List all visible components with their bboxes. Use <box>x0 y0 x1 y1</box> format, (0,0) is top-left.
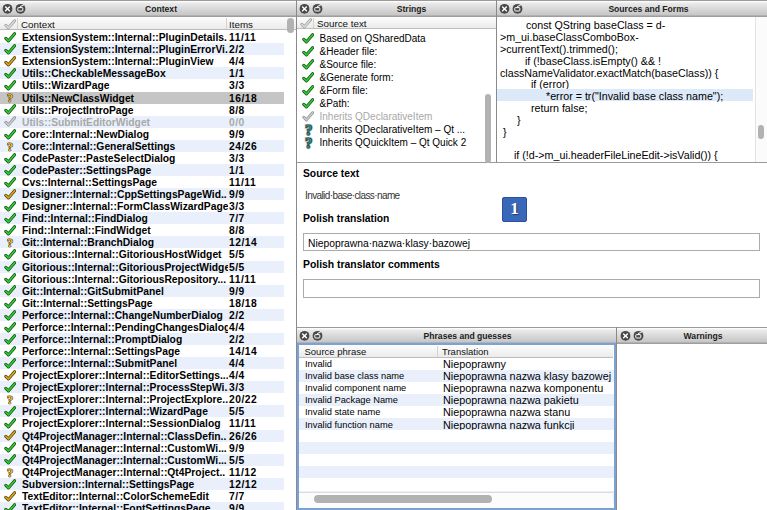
svg-text:?: ? <box>6 394 12 405</box>
svg-text:?: ? <box>6 237 12 248</box>
svg-text:?: ? <box>6 467 12 478</box>
svg-text:?: ? <box>6 92 12 103</box>
svg-text:?: ? <box>6 141 12 152</box>
svg-text:?: ? <box>305 137 312 150</box>
